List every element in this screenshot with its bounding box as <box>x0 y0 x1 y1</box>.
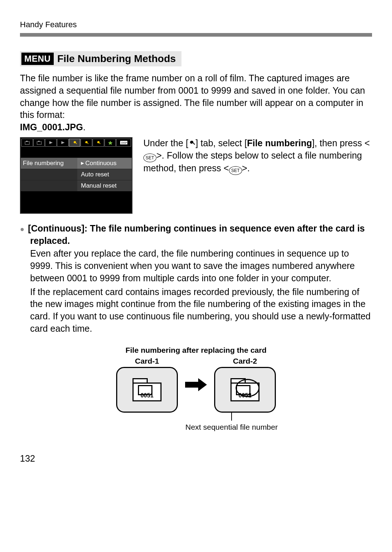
page-number: 132 <box>20 453 372 464</box>
menu-row-file-numbering: File numbering Continuous <box>21 158 132 169</box>
pointer-line <box>231 413 232 421</box>
card-1-number: 0051 <box>134 392 160 399</box>
menu-row: Manual reset <box>21 180 132 191</box>
menu-row-label: File numbering <box>21 158 77 169</box>
playback-tab-icon <box>45 139 57 147</box>
camera-tab-icon <box>21 139 33 147</box>
svg-rect-3 <box>38 141 40 142</box>
wrench-tab-icon <box>93 139 104 147</box>
disp-tab-icon: DISP <box>116 139 131 147</box>
card-1: Card-1 0051 <box>116 357 178 413</box>
svg-rect-2 <box>37 142 41 144</box>
highlight-circle-icon <box>236 379 260 397</box>
continuous-paragraph-2: If the replacement card contains images … <box>30 286 372 335</box>
breadcrumb: Handy Features <box>20 20 372 29</box>
card-diagram: Card-1 0051 Card-2 0052 <box>20 357 372 413</box>
svg-text:DISP: DISP <box>121 142 127 144</box>
svg-rect-1 <box>26 141 28 142</box>
svg-rect-0 <box>25 142 29 144</box>
example-filename: IMG_0001.JPG <box>20 122 83 132</box>
star-tab-icon <box>105 139 116 147</box>
camera-tab-icon <box>33 139 45 147</box>
diagram-footer: Next sequential file number <box>20 423 372 432</box>
section-title: File Numbering Methods <box>57 53 176 65</box>
card-2: Card-2 0052 <box>214 357 276 413</box>
folder-icon: 0051 <box>132 378 162 401</box>
menu-option-continuous: Continuous <box>77 158 132 169</box>
card-1-label: Card-1 <box>116 357 178 365</box>
wrench-icon <box>188 140 196 147</box>
menu-row: Auto reset <box>21 169 132 180</box>
wrench-tab-icon <box>81 139 92 147</box>
arrow-icon <box>185 378 207 391</box>
card-2-label: Card-2 <box>214 357 276 365</box>
playback-tab-icon <box>57 139 69 147</box>
continuous-paragraph-1: Even after you replace the card, the fil… <box>30 248 372 284</box>
section-heading: MENU File Numbering Methods <box>20 51 181 66</box>
menu-badge: MENU <box>21 53 54 65</box>
menu-option-manual-reset: Manual reset <box>77 180 132 191</box>
menu-option-auto-reset: Auto reset <box>77 169 132 180</box>
continuous-section: [Continuous]: The file numbering continu… <box>30 222 372 335</box>
intro-text: The file number is like the frame number… <box>20 73 365 120</box>
svg-marker-5 <box>61 141 65 144</box>
set-button-icon: SET <box>229 166 242 175</box>
set-button-icon: SET <box>143 154 156 162</box>
instruction-paragraph: Under the [] tab, select [File numbering… <box>143 137 372 175</box>
diagram-caption: File numbering after replacing the card <box>20 346 372 355</box>
camera-tabs: DISP <box>21 138 132 147</box>
wrench-tab-icon <box>69 139 81 147</box>
camera-menu-screenshot: DISP File numbering Continuous Auto rese… <box>20 137 132 214</box>
header-rule <box>20 33 372 37</box>
continuous-heading: [Continuous]: The file numbering continu… <box>30 222 372 247</box>
svg-marker-4 <box>49 141 53 144</box>
intro-paragraph: The file number is like the frame number… <box>20 72 372 134</box>
svg-marker-6 <box>108 141 113 145</box>
